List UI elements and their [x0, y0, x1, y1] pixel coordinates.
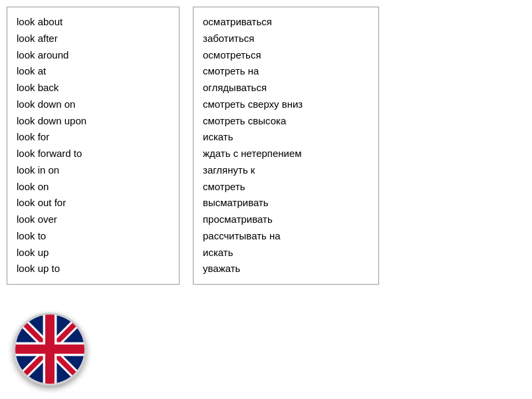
- svg-rect-8: [15, 344, 84, 354]
- phrase-box: look aboutlook afterlook aroundlook atlo…: [7, 7, 180, 285]
- phrase-item: look to: [17, 228, 170, 245]
- flag-container: [13, 313, 86, 386]
- translation-item: смотреть: [203, 179, 369, 196]
- translation-item: осмотреться: [203, 47, 369, 64]
- translation-item: высматривать: [203, 195, 369, 211]
- translation-item: заглянуть к: [203, 162, 369, 179]
- phrase-item: look out for: [17, 195, 170, 211]
- translation-item: искать: [203, 245, 369, 261]
- translation-item: смотреть сверху вниз: [203, 96, 369, 113]
- uk-flag: [13, 313, 86, 386]
- phrase-item: look on: [17, 179, 170, 196]
- phrase-item: look around: [17, 47, 170, 64]
- translation-box: осматриватьсязаботитьсяосмотретьсясмотре…: [193, 7, 379, 285]
- phrase-item: look forward to: [17, 146, 170, 162]
- phrase-item: look down on: [17, 96, 170, 113]
- phrase-item: look back: [17, 80, 170, 96]
- translation-item: искать: [203, 129, 369, 146]
- translation-item: смотреть на: [203, 63, 369, 80]
- phrase-item: look for: [17, 129, 170, 146]
- translation-item: осматриваться: [203, 14, 369, 31]
- translation-item: заботиться: [203, 31, 369, 47]
- phrase-item: look up to: [17, 261, 170, 277]
- translation-item: просматривать: [203, 211, 369, 228]
- translation-item: ждать с нетерпением: [203, 146, 369, 162]
- phrase-item: look after: [17, 31, 170, 47]
- main-container: look aboutlook afterlook aroundlook atlo…: [0, 0, 532, 291]
- translation-item: смотреть свысока: [203, 113, 369, 130]
- phrase-item: look over: [17, 211, 170, 228]
- phrase-item: look up: [17, 245, 170, 261]
- phrase-item: look in on: [17, 162, 170, 179]
- phrase-item: look at: [17, 63, 170, 80]
- translation-item: оглядываться: [203, 80, 369, 96]
- translation-item: рассчитывать на: [203, 228, 369, 245]
- phrase-item: look about: [17, 14, 170, 31]
- phrase-item: look down upon: [17, 113, 170, 130]
- translation-item: уважать: [203, 261, 369, 277]
